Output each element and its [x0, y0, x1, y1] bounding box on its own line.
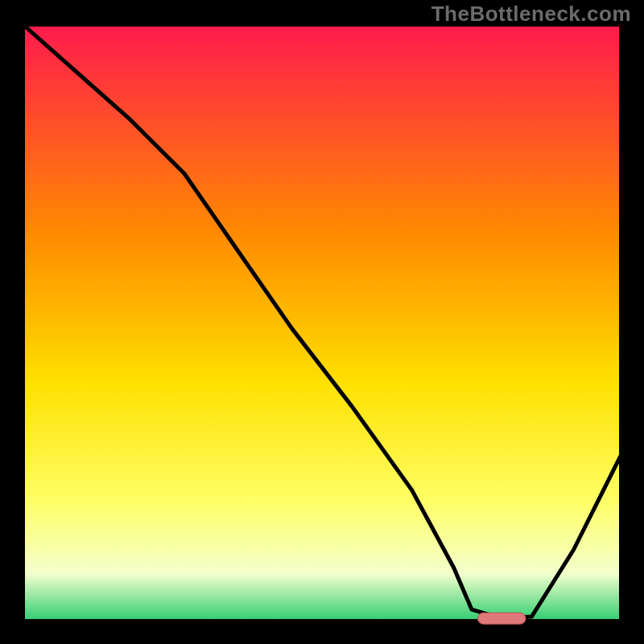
gradient-background — [23, 24, 621, 621]
bottleneck-chart — [0, 0, 644, 644]
chart-frame: TheBottleneck.com — [0, 0, 644, 644]
optimal-range-marker — [477, 613, 526, 624]
watermark-text: TheBottleneck.com — [431, 2, 631, 27]
